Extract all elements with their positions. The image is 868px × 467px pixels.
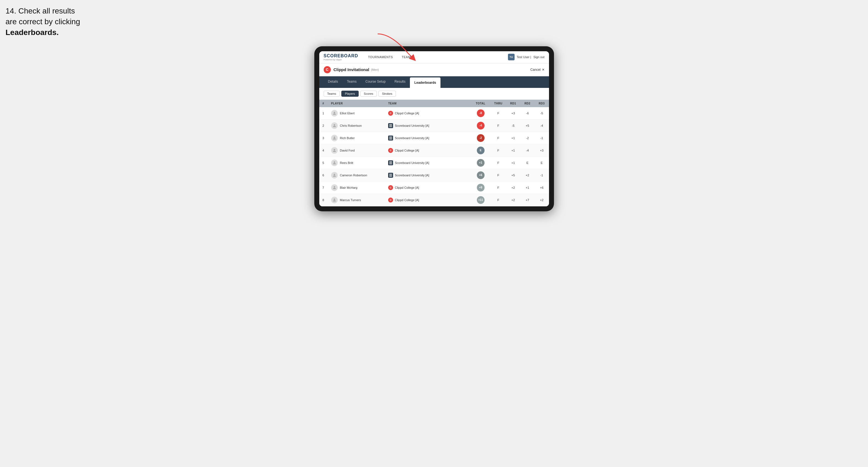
filter-players[interactable]: Players — [341, 91, 359, 97]
player-name: David Ford — [340, 149, 355, 152]
cell-rd1: +3 — [506, 107, 520, 120]
signout-button[interactable]: Sign out — [533, 55, 544, 59]
player-name: Cameron Robertson — [340, 174, 367, 177]
tournament-header: C Clippd Invitational (Men) Cancel ✕ — [319, 63, 549, 76]
tab-details[interactable]: Details — [324, 76, 343, 88]
cell-player: Chris Robertson — [328, 119, 385, 132]
table-row: 3 Rich Butler Scoreboard University [A] … — [319, 132, 549, 144]
cell-rd3: -1 — [535, 169, 549, 181]
cell-team: Scoreboard University [A] — [385, 119, 470, 132]
filter-teams[interactable]: Teams — [324, 91, 340, 97]
cell-thru: F — [491, 144, 506, 156]
tournament-title: Clippd Invitational — [334, 67, 369, 72]
table-row: 5 Rees Britt Scoreboard University [A] +… — [319, 156, 549, 169]
logo-area: SCOREBOARD Powered by clippd — [324, 54, 359, 61]
cell-rd2: E — [520, 156, 535, 169]
team-name: Clippd College [A] — [395, 198, 419, 202]
tablet-screen: SCOREBOARD Powered by clippd TOURNAMENTS… — [319, 51, 549, 206]
svg-point-0 — [334, 112, 335, 113]
cell-thru: F — [491, 156, 506, 169]
col-header-player: PLAYER — [328, 100, 385, 107]
cell-player: Elliot Ebert — [328, 107, 385, 120]
cell-team: C Clippd College [A] — [385, 194, 470, 206]
player-avatar — [331, 122, 338, 129]
score-badge: -2 — [477, 134, 485, 142]
cell-rd1: +1 — [506, 144, 520, 156]
team-icon-clippd: C — [388, 148, 393, 153]
cell-rd3: -5 — [535, 107, 549, 120]
score-badge: -4 — [477, 122, 485, 129]
cell-thru: F — [491, 194, 506, 206]
nav-right: TU Test User | Sign out — [508, 54, 545, 60]
team-icon-scoreboard — [388, 173, 393, 178]
col-header-team: TEAM — [385, 100, 470, 107]
svg-point-2 — [334, 136, 335, 138]
cell-rd3: E — [535, 156, 549, 169]
player-avatar — [331, 135, 338, 141]
cell-total: -8 — [470, 107, 491, 120]
tab-course-setup[interactable]: Course Setup — [361, 76, 390, 88]
score-badge: +6 — [477, 172, 485, 179]
player-avatar — [331, 184, 338, 191]
filter-scores[interactable]: Scores — [360, 91, 377, 97]
player-name: Rich Butler — [340, 136, 355, 140]
cell-total: +9 — [470, 181, 491, 194]
cell-rd3: -1 — [535, 132, 549, 144]
col-header-rd1: RD1 — [506, 100, 520, 107]
tab-leaderboards[interactable]: Leaderboards — [410, 77, 440, 88]
team-icon-scoreboard — [388, 123, 393, 128]
cell-rd3: +3 — [535, 144, 549, 156]
table-row: 2 Chris Robertson Scoreboard University … — [319, 119, 549, 132]
table-row: 8 Marcus Turners C Clippd College [A] +1… — [319, 194, 549, 206]
cell-rd3: -4 — [535, 119, 549, 132]
cell-thru: F — [491, 169, 506, 181]
player-avatar — [331, 159, 338, 166]
score-badge: +9 — [477, 184, 485, 191]
cell-total: E — [470, 144, 491, 156]
cell-rank: 8 — [319, 194, 328, 206]
player-avatar — [331, 110, 338, 117]
cell-total: +1 — [470, 156, 491, 169]
cell-total: -4 — [470, 119, 491, 132]
cell-thru: F — [491, 119, 506, 132]
logo-title: SCOREBOARD — [324, 54, 359, 58]
cell-rd3: +2 — [535, 194, 549, 206]
cell-rd2: +5 — [520, 119, 535, 132]
table-row: 1 Elliot Ebert C Clippd College [A] -8F+… — [319, 107, 549, 120]
cell-rank: 4 — [319, 144, 328, 156]
nav-teams[interactable]: TEAMS — [400, 54, 414, 60]
cell-rd1: +2 — [506, 194, 520, 206]
team-name: Clippd College [A] — [395, 186, 419, 189]
team-name: Scoreboard University [A] — [395, 124, 429, 127]
cell-rd2: -6 — [520, 107, 535, 120]
cell-rank: 2 — [319, 119, 328, 132]
team-icon-clippd: C — [388, 185, 393, 190]
player-name: Chris Robertson — [340, 124, 362, 127]
score-badge: +1 — [477, 159, 485, 167]
cell-rd3: +6 — [535, 181, 549, 194]
nav-tournaments[interactable]: TOURNAMENTS — [366, 54, 395, 60]
cancel-button[interactable]: Cancel ✕ — [530, 68, 544, 72]
col-header-rd2: RD2 — [520, 100, 535, 107]
user-avatar: TU — [508, 54, 515, 60]
score-badge: +11 — [477, 196, 485, 204]
cell-rd1: +1 — [506, 156, 520, 169]
filter-strokes[interactable]: Strokes — [378, 91, 396, 97]
tournament-subtitle: (Men) — [371, 68, 379, 71]
cell-player: Marcus Turners — [328, 194, 385, 206]
player-name: Rees Britt — [340, 161, 353, 164]
tab-teams[interactable]: Teams — [342, 76, 361, 88]
svg-point-6 — [334, 186, 335, 187]
tab-results[interactable]: Results — [390, 76, 410, 88]
cell-total: -2 — [470, 132, 491, 144]
cell-thru: F — [491, 107, 506, 120]
svg-point-7 — [334, 198, 335, 200]
cell-rank: 7 — [319, 181, 328, 194]
cell-rd2: +1 — [520, 181, 535, 194]
cell-player: Rees Britt — [328, 156, 385, 169]
svg-point-5 — [334, 174, 335, 175]
svg-point-1 — [334, 124, 335, 125]
cell-rd1: +2 — [506, 181, 520, 194]
filter-bar: Teams Players Scores Strokes — [319, 88, 549, 100]
cell-team: C Clippd College [A] — [385, 181, 470, 194]
